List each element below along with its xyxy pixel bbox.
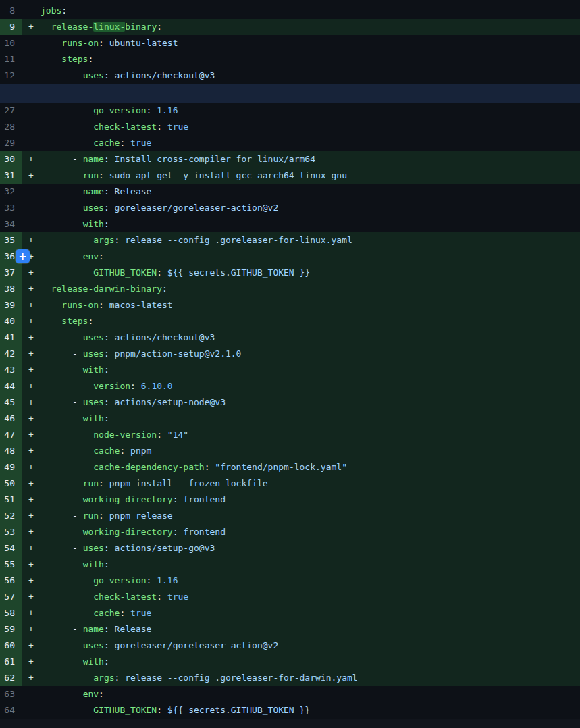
diff-line: 11 steps:: [0, 51, 580, 68]
line-number[interactable]: 55: [0, 556, 22, 573]
line-number[interactable]: 56: [0, 573, 22, 589]
line-number[interactable]: 41: [0, 330, 22, 346]
diff-marker: +: [22, 330, 41, 346]
diff-marker: +: [22, 524, 41, 540]
line-number[interactable]: 8: [0, 3, 22, 19]
code-line: env:: [41, 249, 104, 265]
line-number[interactable]: 58: [0, 605, 22, 621]
line-number[interactable]: 42: [0, 346, 22, 362]
diff-line: 62+ args: release --config .goreleaser-f…: [0, 670, 580, 686]
diff-marker: +: [22, 573, 41, 589]
code-line: release-darwin-binary:: [41, 281, 167, 297]
diff-marker: +: [22, 297, 41, 313]
diff-marker: +: [22, 605, 41, 621]
diff-line: 12 - uses: actions/checkout@v3: [0, 68, 580, 84]
line-number[interactable]: 32: [0, 184, 22, 200]
line-number[interactable]: 57: [0, 589, 22, 605]
line-number[interactable]: 30: [0, 151, 22, 167]
line-number[interactable]: 35: [0, 232, 22, 249]
diff-line: 43+ with:: [0, 362, 580, 378]
diff-line: 45+ - uses: actions/setup-node@v3: [0, 394, 580, 411]
diff-line: 36+ env:+: [0, 249, 580, 265]
line-number[interactable]: 39: [0, 297, 22, 313]
line-number[interactable]: 40: [0, 313, 22, 330]
diff-marker: +: [22, 232, 41, 249]
diff-marker: +: [22, 540, 41, 556]
add-comment-button[interactable]: +: [16, 249, 30, 263]
line-number[interactable]: 61: [0, 654, 22, 670]
diff-marker: +: [22, 394, 41, 411]
diff-marker: [22, 68, 41, 84]
diff-line: 29 cache: true: [0, 135, 580, 151]
diff-marker: [22, 200, 41, 216]
line-number[interactable]: 11: [0, 51, 22, 68]
line-number[interactable]: 60: [0, 638, 22, 654]
diff-line: 32 - name: Release: [0, 184, 580, 200]
diff-marker: +: [22, 638, 41, 654]
diff-line: 44+ version: 6.10.0: [0, 378, 580, 394]
line-number[interactable]: 28: [0, 119, 22, 135]
line-number[interactable]: 59: [0, 621, 22, 638]
code-line: with:: [41, 654, 109, 670]
line-number[interactable]: 49: [0, 459, 22, 475]
code-line: go-version: 1.16: [41, 103, 178, 119]
diff-line: 52+ - run: pnpm release: [0, 508, 580, 524]
line-number[interactable]: 45: [0, 394, 22, 411]
line-number[interactable]: 48: [0, 443, 22, 459]
diff-marker: +: [22, 654, 41, 670]
code-line: uses: goreleaser/goreleaser-action@v2: [41, 200, 278, 216]
code-line: node-version: "14": [41, 427, 188, 443]
line-number[interactable]: 31: [0, 167, 22, 184]
diff-marker: [22, 3, 41, 19]
code-line: steps:: [41, 313, 93, 330]
line-number[interactable]: 53: [0, 524, 22, 540]
code-line: uses: goreleaser/goreleaser-action@v2: [41, 638, 278, 654]
line-number[interactable]: 38: [0, 281, 22, 297]
diff-line: 34 with:: [0, 216, 580, 232]
diff-line: 30+ - name: Install cross-compiler for l…: [0, 151, 580, 167]
diff-marker: +: [22, 167, 41, 184]
line-number[interactable]: 9: [0, 19, 22, 35]
line-number[interactable]: 43: [0, 362, 22, 378]
diff-view: 8jobs:9+ release-linux-binary:10 runs-on…: [0, 0, 580, 728]
code-line: - name: Install cross-compiler for linux…: [41, 151, 315, 167]
line-number[interactable]: 10: [0, 35, 22, 51]
line-number[interactable]: 50: [0, 475, 22, 492]
diff-line: 27 go-version: 1.16: [0, 103, 580, 119]
line-number[interactable]: 47: [0, 427, 22, 443]
diff-marker: +: [22, 475, 41, 492]
code-line: runs-on: macos-latest: [41, 297, 173, 313]
diff-marker: +: [22, 346, 41, 362]
diff-line: 47+ node-version: "14": [0, 427, 580, 443]
line-number[interactable]: 51: [0, 492, 22, 508]
diff-line: 57+ check-latest: true: [0, 589, 580, 605]
code-line: run: sudo apt-get -y install gcc-aarch64…: [41, 167, 347, 184]
diff-marker: +: [22, 427, 41, 443]
diff-marker: +: [22, 492, 41, 508]
code-line: args: release --config .goreleaser-for-l…: [41, 232, 352, 249]
diff-line: 33 uses: goreleaser/goreleaser-action@v2: [0, 200, 580, 216]
line-number[interactable]: 54: [0, 540, 22, 556]
diff-line: 35+ args: release --config .goreleaser-f…: [0, 232, 580, 249]
line-number[interactable]: 37: [0, 265, 22, 281]
line-number[interactable]: 62: [0, 670, 22, 686]
line-number[interactable]: 52: [0, 508, 22, 524]
line-number[interactable]: 29: [0, 135, 22, 151]
diff-marker: [22, 119, 41, 135]
line-number[interactable]: 27: [0, 103, 22, 119]
diff-marker: [22, 103, 41, 119]
line-number[interactable]: 34: [0, 216, 22, 232]
diff-marker: +: [22, 508, 41, 524]
expand-hunk-row[interactable]: [0, 84, 580, 103]
diff-marker: +: [22, 411, 41, 427]
line-number[interactable]: 12: [0, 68, 22, 84]
line-number[interactable]: 63: [0, 686, 22, 702]
diff-marker: +: [22, 265, 41, 281]
line-number[interactable]: 64: [0, 702, 22, 719]
line-number[interactable]: 46: [0, 411, 22, 427]
line-number[interactable]: 33: [0, 200, 22, 216]
code-line: - uses: actions/checkout@v3: [41, 68, 215, 84]
word-diff-highlight: linux-: [93, 22, 125, 32]
line-number[interactable]: 44: [0, 378, 22, 394]
code-line: working-directory: frontend: [41, 524, 226, 540]
